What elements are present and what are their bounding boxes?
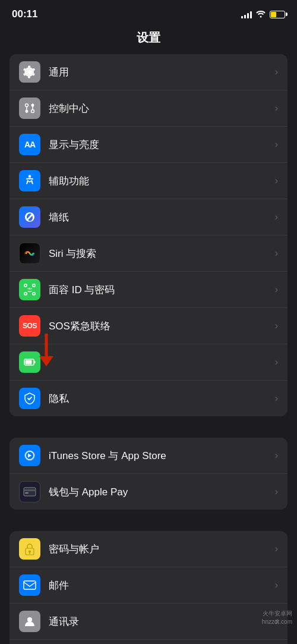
watermark: 火牛安卓网hnzzdt.com xyxy=(262,610,292,626)
display-icon: AA xyxy=(19,134,40,155)
privacy-label: 隐私 xyxy=(49,392,270,406)
contacts-icon xyxy=(19,611,40,632)
svg-point-12 xyxy=(28,288,29,290)
itunes-label: iTunes Store 与 App Store xyxy=(49,449,270,463)
chevron-icon: › xyxy=(275,393,278,404)
svg-rect-8 xyxy=(24,284,27,287)
sidebar-item-calendar[interactable]: 三 日 日历 › xyxy=(10,640,287,644)
settings-group-3: 密码与帐户 › 邮件 › 通讯录 › 三 日 日历 › xyxy=(10,531,287,644)
svg-rect-22 xyxy=(24,489,36,491)
svg-rect-10 xyxy=(24,293,27,295)
sos-label: SOS紧急联络 xyxy=(49,319,270,333)
chevron-icon: › xyxy=(275,284,278,295)
privacy-icon xyxy=(19,388,40,409)
sidebar-item-accessibility[interactable]: 辅助功能 › xyxy=(10,163,287,199)
status-icons xyxy=(241,10,285,20)
passwords-icon xyxy=(19,538,40,560)
wallet-label: 钱包与 Apple Pay xyxy=(49,485,270,499)
passwords-label: 密码与帐户 xyxy=(49,542,270,556)
general-label: 通用 xyxy=(49,65,270,79)
face-id-label: 面容 ID 与密码 xyxy=(49,283,270,297)
control-center-icon xyxy=(19,98,40,119)
wallpaper-icon xyxy=(19,206,40,228)
svg-rect-19 xyxy=(26,360,32,365)
signal-icon xyxy=(241,10,252,18)
sidebar-item-siri[interactable]: Siri 与搜索 › xyxy=(10,235,287,272)
chevron-icon: › xyxy=(275,486,278,497)
appstore-icon xyxy=(19,445,40,466)
svg-point-28 xyxy=(27,617,32,622)
wifi-icon xyxy=(255,10,266,20)
svg-point-1 xyxy=(26,104,29,107)
sidebar-item-mail[interactable]: 邮件 › xyxy=(10,567,287,604)
face-id-icon xyxy=(19,279,40,300)
sidebar-item-sos[interactable]: SOS SOS紧急联络 › xyxy=(10,308,287,344)
page-title: 设置 xyxy=(0,25,297,54)
status-bar: 00:11 xyxy=(0,0,297,25)
chevron-icon: › xyxy=(275,580,278,590)
sidebar-item-general[interactable]: 通用 › xyxy=(10,54,287,90)
sidebar-item-contacts[interactable]: 通讯录 › xyxy=(10,604,287,640)
chevron-icon: › xyxy=(275,248,278,259)
sidebar-item-display[interactable]: AA 显示与亮度 › xyxy=(10,127,287,163)
siri-label: Siri 与搜索 xyxy=(49,247,270,260)
sidebar-item-passwords[interactable]: 密码与帐户 › xyxy=(10,531,287,567)
svg-marker-16 xyxy=(39,356,53,366)
svg-rect-9 xyxy=(33,284,35,287)
svg-rect-27 xyxy=(24,581,36,589)
contacts-label: 通讯录 xyxy=(49,615,270,629)
wallet-icon xyxy=(19,481,40,502)
section-gap-1 xyxy=(0,416,297,438)
svg-point-13 xyxy=(31,288,32,290)
battery-item-icon xyxy=(19,351,40,373)
chevron-icon: › xyxy=(275,357,278,367)
sidebar-item-privacy[interactable]: 隐私 › xyxy=(10,381,287,416)
accessibility-label: 辅助功能 xyxy=(49,174,270,188)
settings-group-2: iTunes Store 与 App Store › 钱包与 Apple Pay… xyxy=(10,438,287,510)
chevron-icon: › xyxy=(275,321,278,331)
accessibility-icon xyxy=(19,170,40,191)
svg-point-4 xyxy=(31,110,34,113)
control-center-label: 控制中心 xyxy=(49,102,270,115)
display-label: 显示与亮度 xyxy=(49,138,270,152)
battery-status-icon xyxy=(270,11,285,18)
chevron-icon: › xyxy=(275,175,278,186)
status-time: 00:11 xyxy=(12,8,37,20)
mail-label: 邮件 xyxy=(49,579,270,592)
chevron-icon: › xyxy=(275,139,278,150)
svg-rect-23 xyxy=(25,492,29,494)
general-icon xyxy=(19,61,40,83)
wallpaper-label: 墙纸 xyxy=(49,211,270,224)
sidebar-item-control-center[interactable]: 控制中心 › xyxy=(10,90,287,127)
svg-rect-18 xyxy=(34,361,36,363)
sidebar-item-itunes[interactable]: iTunes Store 与 App Store › xyxy=(10,438,287,474)
chevron-icon: › xyxy=(275,450,278,461)
chevron-icon: › xyxy=(275,212,278,222)
settings-group-1: 通用 › 控制中心 › AA 显示与亮度 › xyxy=(10,54,287,416)
chevron-icon: › xyxy=(275,103,278,114)
sidebar-item-wallet[interactable]: 钱包与 Apple Pay › xyxy=(10,474,287,510)
sidebar-item-battery[interactable]: 电池 › xyxy=(10,344,287,381)
section-gap-2 xyxy=(0,510,297,531)
sidebar-item-wallpaper[interactable]: 墙纸 › xyxy=(10,199,287,235)
mail-icon xyxy=(19,574,40,596)
sos-icon: SOS xyxy=(19,315,40,337)
chevron-icon: › xyxy=(275,67,278,77)
svg-rect-21 xyxy=(24,488,36,496)
svg-rect-11 xyxy=(33,293,35,295)
chevron-icon: › xyxy=(275,544,278,554)
svg-point-7 xyxy=(29,175,31,177)
siri-icon xyxy=(19,243,40,264)
sidebar-item-face-id[interactable]: 面容 ID 与密码 › xyxy=(10,272,287,308)
